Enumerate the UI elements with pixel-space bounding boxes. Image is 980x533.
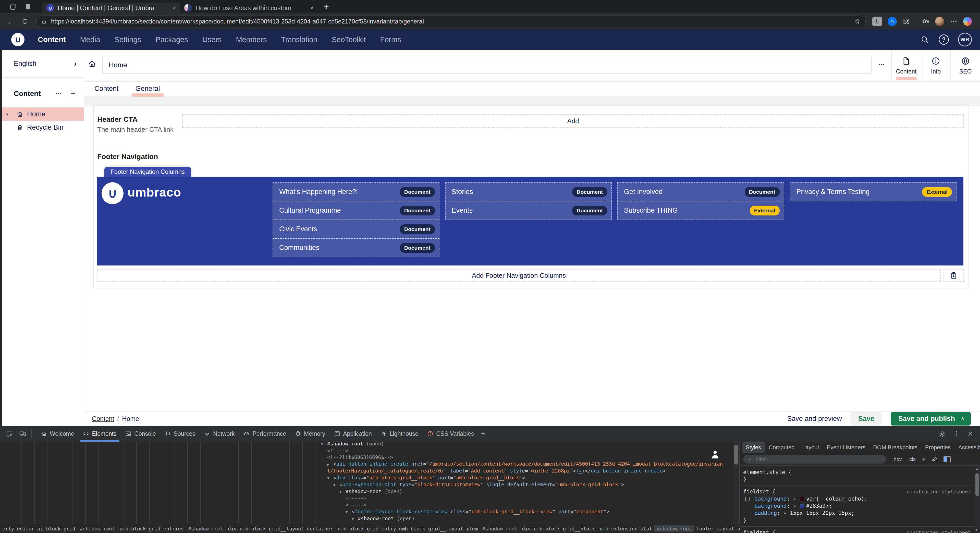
dom-tree-line[interactable]: <!--?lit$606316696$--> [0, 454, 724, 461]
footer-link-item[interactable]: What's Happening Here?!Document [272, 182, 439, 201]
styles-tab-accessibility[interactable]: Accessibility [955, 442, 980, 453]
styles-tab-event-listeners[interactable]: Event Listeners [823, 442, 869, 453]
umb-nav-seotoolkit[interactable]: SeoToolkit [332, 35, 366, 44]
tree-item-home[interactable]: ›Home [2, 107, 84, 121]
styles-filter-input[interactable] [756, 456, 865, 462]
umb-nav-members[interactable]: Members [236, 35, 267, 44]
devtools-tab-css-variables[interactable]: CSS Variables [423, 426, 478, 442]
pseudo-state-toggle[interactable]: :hov [892, 457, 902, 462]
styles-tab-styles[interactable]: Styles [742, 442, 765, 453]
extensions-puzzle-icon[interactable] [902, 18, 910, 25]
app-tab-seo[interactable]: SEO [950, 50, 980, 81]
dom-tree-line[interactable]: ▶<uui-button-inline-create href="/umbrac… [0, 461, 724, 474]
styles-filter[interactable] [743, 455, 886, 463]
footer-link-item[interactable]: Subscribe THINGExternal [617, 201, 784, 220]
css-property[interactable]: background: ▸ #283a97; [743, 502, 974, 509]
window-icon[interactable] [24, 3, 32, 11]
block-type-badge[interactable]: Footer Navigation Columns [104, 167, 191, 177]
breadcrumb-item[interactable]: erty-editor-ui-block-grid [0, 525, 78, 532]
devtools-tab-performance[interactable]: Performance [239, 426, 290, 442]
doc-title-input[interactable] [102, 57, 872, 73]
dom-tree-line[interactable]: ▼<footer-layout-block-custom-view class=… [0, 509, 724, 515]
dom-tree-line[interactable]: <!----> [0, 447, 724, 454]
tab-general[interactable]: General [135, 85, 160, 93]
breadcrumb-content-link[interactable]: Content [92, 415, 115, 422]
breadcrumb-item[interactable]: #shadow-root [480, 525, 520, 532]
breadcrumb-item[interactable]: div.umb-block-grid__block [520, 525, 597, 532]
expand-arrow-icon[interactable]: ▸ [783, 510, 790, 516]
user-avatar[interactable]: WB [958, 33, 972, 46]
dom-tree-line[interactable]: ▼#shadow-root (open) [0, 515, 724, 522]
devtools-tab-application[interactable]: Application [329, 426, 376, 442]
app-tab-content[interactable]: Content [891, 50, 921, 81]
reload-icon[interactable] [21, 18, 29, 25]
browser-tab-how-do-i-use[interactable]: How do I use Areas within custom× [180, 3, 318, 13]
css-property[interactable]: background: ▸ var(--colour-echo); [743, 495, 974, 502]
devtools-menu-icon[interactable] [953, 430, 960, 437]
styles-tab-dom-breakpoints[interactable]: DOM Breakpoints [870, 442, 921, 453]
expand-arrow-icon[interactable]: ▸ [793, 496, 800, 502]
footer-navigation-block[interactable]: ∪ umbraco What's Happening Here?!Documen… [97, 177, 963, 266]
dom-tree-line[interactable]: <!----> [0, 495, 724, 502]
footer-link-item[interactable]: StoriesDocument [445, 182, 612, 201]
copilot-icon[interactable] [963, 17, 972, 26]
devtools-tab-console[interactable]: Console [121, 426, 160, 442]
footer-link-item[interactable]: Cultural ProgrammeDocument [272, 201, 439, 220]
devtools-settings-icon[interactable] [939, 430, 946, 437]
class-toggle[interactable]: .cls [908, 457, 916, 462]
breadcrumb-item[interactable]: umb-extension-slot [597, 525, 654, 532]
tab-content[interactable]: Content [94, 85, 119, 93]
header-cta-add-button[interactable]: Add [182, 115, 964, 127]
umb-nav-users[interactable]: Users [202, 35, 222, 44]
umb-nav-forms[interactable]: Forms [380, 35, 401, 44]
umbraco-logo[interactable]: ∪ [11, 33, 24, 46]
dom-tree-line[interactable]: ▼<umb-extension-slot type="blockEditorCu… [0, 481, 724, 488]
tab-close-icon[interactable]: × [172, 4, 176, 11]
reading-list-icon[interactable] [922, 18, 929, 25]
browser-menu-icon[interactable] [950, 18, 958, 25]
paste-block-button[interactable] [943, 269, 964, 282]
url-text[interactable]: https://localhost:44394/umbraco/section/… [51, 18, 854, 25]
devtools-tab-lighthouse[interactable]: Lighthouse [376, 426, 423, 442]
app-tab-info[interactable]: Info [921, 50, 950, 81]
styles-scrollbar[interactable]: ▲▼ [974, 467, 980, 533]
stylesheet-origin[interactable]: constructed stylesheet [907, 529, 971, 533]
devtools-tab-memory[interactable]: Memory [290, 426, 329, 442]
password-manager-icon[interactable] [888, 17, 897, 26]
add-block-button[interactable]: Add Footer Navigation Columns [97, 269, 941, 282]
stylesheet-origin[interactable]: constructed stylesheet [907, 488, 971, 495]
footer-link-item[interactable]: EventsDocument [445, 201, 612, 220]
dom-tree-line[interactable]: ▼<div class="umb-block-grid__block" part… [0, 474, 724, 481]
more-tabs-icon[interactable]: + [481, 430, 485, 438]
footer-link-item[interactable]: CommunitiesDocument [272, 238, 439, 257]
dom-tree-line[interactable]: <!----> [0, 502, 724, 509]
elements-scrollbar[interactable] [733, 442, 739, 524]
color-swatch[interactable] [800, 497, 804, 501]
devtools-tab-welcome[interactable]: Welcome [36, 426, 78, 442]
browser-profile-avatar[interactable] [935, 17, 944, 26]
dom-tree-line[interactable]: ▼#shadow-root (open) [0, 442, 724, 447]
footer-link-item[interactable]: Privacy & Terms TestingExternal [790, 182, 957, 201]
footer-link-item[interactable]: Civic EventsDocument [272, 220, 439, 239]
expand-caret-icon[interactable]: › [6, 111, 13, 118]
tree-add-icon[interactable] [69, 90, 76, 97]
breadcrumb-item[interactable]: #shadow-root [186, 525, 226, 532]
footer-link-item[interactable]: Get InvolvedDocument [617, 182, 784, 201]
new-tab-button[interactable]: + [324, 2, 329, 12]
devtools-tab-sources[interactable]: Sources [160, 426, 200, 442]
css-property[interactable]: padding: ▸ 15px 15px 20px 15px; [743, 509, 974, 517]
breadcrumb-item[interactable]: umb-block-grid-entries [117, 525, 186, 532]
back-icon[interactable]: ← [6, 17, 15, 26]
styles-tab-layout[interactable]: Layout [799, 442, 822, 453]
breadcrumb-item[interactable]: #shadow-root [78, 525, 117, 532]
bookmark-star-icon[interactable] [854, 18, 861, 25]
umb-nav-translation[interactable]: Translation [281, 35, 317, 44]
breadcrumb-item[interactable]: footer-layout-block-custom-view.umb-bloc… [694, 525, 740, 532]
doc-home-icon[interactable] [88, 59, 97, 68]
language-selector[interactable]: English › [2, 50, 84, 78]
rule-selector[interactable]: element.style { [743, 469, 974, 476]
dom-tree-line[interactable]: ▼#shadow-root (open) [0, 488, 724, 495]
tab-close-icon[interactable]: × [310, 4, 314, 11]
breadcrumb-item[interactable]: div.umb-block-grid__layout-container [226, 525, 335, 532]
chevron-up-icon[interactable]: ∧ [961, 415, 965, 422]
